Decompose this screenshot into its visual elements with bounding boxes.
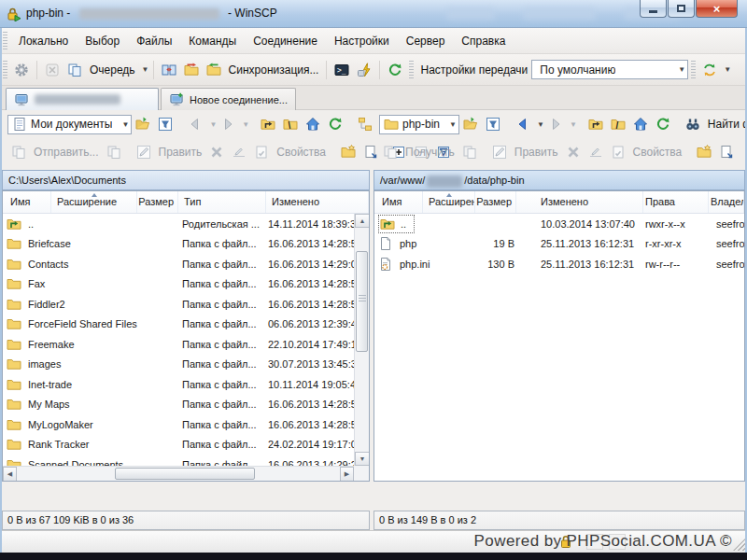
scroll-up-button[interactable]: ▲ (355, 214, 370, 228)
menu-item-0[interactable]: Локально (10, 29, 77, 53)
sync-browsing-button[interactable] (180, 59, 203, 81)
session-tab-active[interactable] (6, 88, 159, 110)
chevron-down-icon[interactable]: ▼ (142, 65, 149, 74)
menu-item-2[interactable]: Файлы (128, 29, 180, 53)
properties-button[interactable]: Свойства (276, 146, 326, 159)
toolbar-grip[interactable] (691, 61, 696, 79)
rename-button[interactable] (228, 141, 250, 163)
table-row[interactable]: php19 B25.11.2013 16:12:31r-xr-xr-xseefr… (374, 234, 744, 255)
rename-button[interactable] (585, 141, 607, 163)
parent-directory-button[interactable] (257, 113, 279, 135)
chevron-down-icon[interactable]: ▼ (537, 120, 544, 129)
table-row[interactable]: Rank TrackerПапка с файл...24.02.2014 19… (3, 435, 354, 455)
toolbar-grip[interactable] (3, 32, 7, 50)
table-row[interactable]: php.ini130 B25.11.2013 16:12:31rw-r--r--… (374, 254, 744, 274)
scroll-left-button[interactable]: ◀ (3, 467, 17, 482)
binoculars-icon[interactable] (682, 113, 704, 135)
filter-button[interactable] (482, 113, 504, 135)
column-header-3[interactable]: Тип (178, 191, 266, 213)
table-row[interactable]: ForceField Shared FilesПапка с файл...06… (3, 315, 354, 335)
resize-grip[interactable] (733, 539, 745, 551)
chevron-down-icon[interactable]: ▼ (570, 120, 577, 129)
right-path-bar[interactable]: /var/www//data/php-bin (374, 170, 745, 190)
root-directory-button[interactable]: \ (279, 113, 302, 135)
queue-button[interactable]: Очередь (90, 63, 135, 77)
toolbar-grip[interactable] (409, 61, 414, 79)
transfer-preset-combobox[interactable]: По умолчанию▼ (531, 60, 688, 79)
titlebar[interactable]: php-bin - - WinSCP × (0, 0, 747, 28)
new-folder-button[interactable] (337, 141, 359, 163)
add-session-button[interactable] (353, 59, 375, 81)
chevron-down-icon[interactable]: ▼ (724, 65, 731, 74)
home-directory-button[interactable] (302, 113, 324, 135)
upload-button[interactable]: Отправить... (34, 146, 99, 159)
chevron-down-icon[interactable]: ▼ (209, 120, 217, 129)
new-folder-button[interactable] (693, 141, 715, 163)
menu-item-3[interactable]: Команды (180, 29, 245, 53)
table-row[interactable]: FreemakeПапка с файл...22.10.2014 17:49:… (3, 334, 354, 355)
download-button[interactable]: Получить (405, 146, 455, 159)
menu-item-6[interactable]: Сервер (398, 29, 454, 53)
delete-button[interactable] (562, 141, 585, 163)
refresh-button[interactable] (384, 59, 406, 81)
refresh-panel-button[interactable] (324, 113, 346, 135)
synchronize-button[interactable]: Синхронизация... (229, 63, 319, 77)
table-row[interactable]: Fiddler2Папка с файл...16.06.2013 14:28:… (3, 294, 354, 315)
open-directory-button[interactable] (459, 113, 482, 135)
table-row[interactable]: ..Родительская ...14.11.2014 18:39:30 (3, 214, 354, 234)
scrollbar-thumb[interactable] (115, 468, 255, 480)
session-tab-new[interactable]: Новое соединение... (161, 88, 296, 110)
left-vertical-scrollbar[interactable]: ▲ ▼ (354, 214, 369, 466)
table-row[interactable]: imagesПапка с файл...30.07.2013 13:45:32 (3, 355, 354, 375)
scrollbar-thumb[interactable] (356, 251, 368, 352)
column-header-1[interactable]: Расширение (51, 191, 137, 213)
table-row[interactable]: ..10.03.2014 13:07:40rwxr-x--xseefrot (374, 214, 744, 234)
table-row[interactable]: My MapsПапка с файл...16.06.2013 14:28:5… (3, 395, 354, 415)
column-header-1[interactable]: Расширение (423, 191, 475, 213)
scroll-right-button[interactable]: ▶ (340, 467, 354, 482)
transfer-options-button[interactable] (698, 59, 721, 81)
parent-directory-button[interactable] (585, 113, 607, 135)
restore-button[interactable] (668, 0, 695, 18)
close-button[interactable]: × (696, 0, 738, 18)
column-header-0[interactable]: Имя (3, 191, 51, 213)
preferences-button[interactable] (10, 59, 33, 81)
menu-item-5[interactable]: Настройки (326, 29, 398, 53)
scroll-down-button[interactable]: ▼ (355, 452, 370, 466)
table-row[interactable]: FaxПапка с файл...16.06.2013 14:28:56 (3, 274, 354, 295)
chevron-down-icon[interactable]: ▼ (242, 120, 249, 129)
right-location-combobox[interactable]: php-bin▼ (379, 115, 459, 134)
left-location-combobox[interactable]: Мои документы▼ (7, 115, 132, 134)
edit-button[interactable]: Править (159, 146, 203, 159)
home-directory-button[interactable] (629, 113, 652, 135)
delete-button[interactable] (205, 141, 228, 163)
menu-item-4[interactable]: Соединение (245, 29, 326, 53)
left-path-bar[interactable]: C:\Users\Alex\Documents (2, 170, 370, 190)
column-header-0[interactable]: Имя (374, 191, 423, 213)
synchronize-icon[interactable] (203, 59, 225, 81)
properties-button[interactable]: Свойства (633, 146, 683, 159)
back-button[interactable] (512, 113, 534, 135)
find-files-button[interactable]: Найти файлы... (708, 118, 747, 131)
open-directory-button[interactable] (132, 113, 154, 135)
menu-item-1[interactable]: Выбор (77, 29, 128, 53)
root-directory-button[interactable]: / (607, 113, 629, 135)
refresh-panel-button[interactable] (652, 113, 674, 135)
compare-panels-button[interactable] (158, 59, 180, 81)
table-row[interactable]: Inet-tradeПапка с файл...10.11.2014 19:0… (3, 374, 354, 395)
table-row[interactable]: BriefcaseПапка с файл...16.06.2013 14:28… (3, 234, 354, 255)
column-header-4[interactable]: Права (643, 191, 709, 213)
minimize-button[interactable] (640, 0, 667, 18)
column-header-3[interactable]: Изменено (516, 191, 643, 213)
toolbar-grip[interactable] (3, 61, 7, 79)
column-header-4[interactable]: Изменено (266, 191, 369, 213)
filter-button[interactable] (154, 113, 176, 135)
forward-button[interactable] (544, 113, 567, 135)
table-row[interactable]: ContactsПапка с файл...16.06.2013 14:29:… (3, 254, 354, 274)
queue-icon[interactable] (63, 59, 86, 81)
left-horizontal-scrollbar[interactable]: ◀ ▶ (3, 466, 354, 481)
console-button[interactable]: >_ (331, 59, 353, 81)
table-row[interactable]: MyLogoMakerПапка с файл...16.06.2013 14:… (3, 414, 354, 435)
forward-button[interactable] (217, 113, 239, 135)
new-file-button[interactable] (715, 141, 738, 163)
